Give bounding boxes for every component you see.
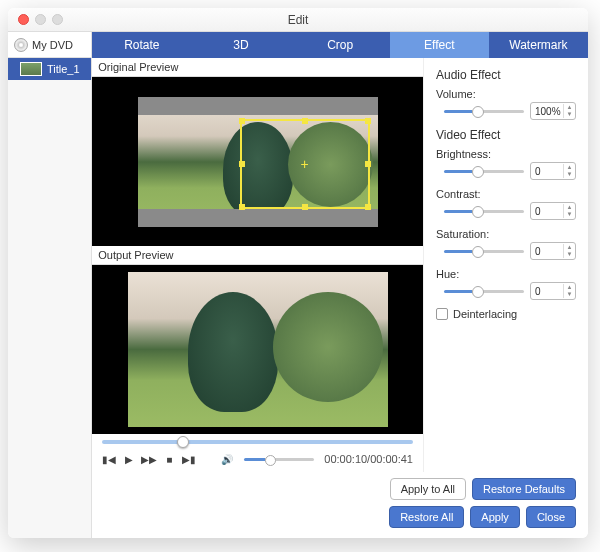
crop-handle-br[interactable] — [365, 204, 371, 210]
disc-label: My DVD — [32, 39, 73, 51]
video-effect-header: Video Effect — [436, 128, 576, 142]
contrast-label: Contrast: — [436, 188, 576, 200]
sidebar-disc-header[interactable]: My DVD — [8, 32, 91, 58]
contrast-spinner[interactable]: 0▲▼ — [530, 202, 576, 220]
content: Original Preview — [92, 58, 588, 472]
seek-thumb[interactable] — [177, 436, 189, 448]
volume-spinner[interactable]: 100%▲▼ — [530, 102, 576, 120]
original-preview — [92, 77, 423, 246]
hue-spinner[interactable]: 0▲▼ — [530, 282, 576, 300]
sidebar-item-title1[interactable]: Title_1 — [8, 58, 91, 80]
audio-effect-header: Audio Effect — [436, 68, 576, 82]
footer: Apply to All Restore Defaults Restore Al… — [92, 472, 588, 538]
sidebar-item-label: Title_1 — [47, 63, 80, 75]
brightness-slider[interactable] — [444, 170, 524, 173]
play-button[interactable]: ▶ — [122, 452, 136, 466]
fast-forward-button[interactable]: ▶▶ — [142, 452, 156, 466]
volume-label: Volume: — [436, 88, 576, 100]
restore-all-button[interactable]: Restore All — [389, 506, 464, 528]
deinterlacing-label: Deinterlacing — [453, 308, 517, 320]
edit-window: Edit My DVD Title_1 Rotate 3D Crop Effec… — [8, 8, 588, 538]
brightness-spinner[interactable]: 0▲▼ — [530, 162, 576, 180]
hue-slider[interactable] — [444, 290, 524, 293]
tabs: Rotate 3D Crop Effect Watermark — [92, 32, 588, 58]
playback-volume-slider[interactable] — [244, 458, 314, 461]
deinterlacing-checkbox-row[interactable]: Deinterlacing — [436, 308, 576, 320]
time-display: 00:00:10/00:00:41 — [324, 453, 413, 465]
crop-handle-t[interactable] — [302, 118, 308, 124]
seek-bar[interactable] — [102, 440, 413, 444]
effects-panel: Audio Effect Volume: 100%▲▼ Video Effect… — [423, 58, 588, 472]
brightness-label: Brightness: — [436, 148, 576, 160]
sidebar: My DVD Title_1 — [8, 32, 92, 538]
stop-button[interactable]: ■ — [162, 452, 176, 466]
saturation-slider[interactable] — [444, 250, 524, 253]
preview-column: Original Preview — [92, 58, 423, 472]
letterbox-top — [138, 97, 378, 115]
apply-to-all-button[interactable]: Apply to All — [390, 478, 466, 500]
crop-handle-bl[interactable] — [239, 204, 245, 210]
crop-handle-tr[interactable] — [365, 118, 371, 124]
next-frame-button[interactable]: ▶▮ — [182, 452, 196, 466]
output-preview — [92, 265, 423, 434]
crop-handle-l[interactable] — [239, 161, 245, 167]
main: Rotate 3D Crop Effect Watermark Original… — [92, 32, 588, 538]
restore-defaults-button[interactable]: Restore Defaults — [472, 478, 576, 500]
body: My DVD Title_1 Rotate 3D Crop Effect Wat… — [8, 32, 588, 538]
contrast-slider[interactable] — [444, 210, 524, 213]
prev-frame-button[interactable]: ▮◀ — [102, 452, 116, 466]
hue-label: Hue: — [436, 268, 576, 280]
apply-button[interactable]: Apply — [470, 506, 520, 528]
saturation-label: Saturation: — [436, 228, 576, 240]
transport-controls: ▮◀ ▶ ▶▶ ■ ▶▮ 🔊 00:00:10/00:00:41 — [92, 434, 423, 472]
crop-handle-b[interactable] — [302, 204, 308, 210]
tab-rotate[interactable]: Rotate — [92, 32, 191, 58]
disc-icon — [14, 38, 28, 52]
tab-watermark[interactable]: Watermark — [489, 32, 588, 58]
output-preview-label: Output Preview — [92, 246, 423, 265]
volume-icon[interactable]: 🔊 — [220, 452, 234, 466]
saturation-spinner[interactable]: 0▲▼ — [530, 242, 576, 260]
crop-handle-r[interactable] — [365, 161, 371, 167]
crop-handle-tl[interactable] — [239, 118, 245, 124]
close-button[interactable]: Close — [526, 506, 576, 528]
titlebar: Edit — [8, 8, 588, 32]
output-frame — [128, 272, 388, 427]
tab-3d[interactable]: 3D — [191, 32, 290, 58]
original-preview-label: Original Preview — [92, 58, 423, 77]
letterbox-bottom — [138, 209, 378, 227]
crop-selection[interactable] — [240, 119, 370, 209]
volume-slider[interactable] — [444, 110, 524, 113]
title-thumbnail — [20, 62, 42, 76]
tab-crop[interactable]: Crop — [291, 32, 390, 58]
tab-effect[interactable]: Effect — [390, 32, 489, 58]
deinterlacing-checkbox[interactable] — [436, 308, 448, 320]
original-frame — [138, 97, 378, 227]
window-title: Edit — [8, 13, 588, 27]
